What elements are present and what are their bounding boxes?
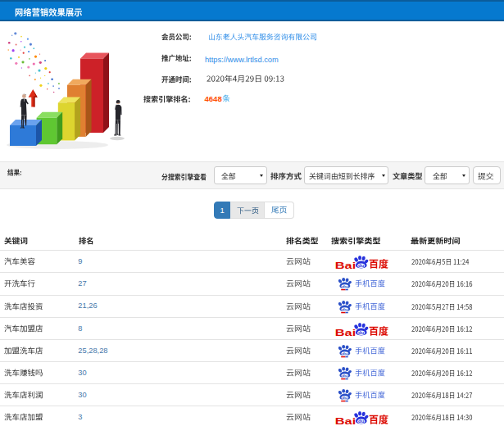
svg-text:du: du <box>358 263 365 268</box>
svg-text:du: du <box>342 306 347 310</box>
svg-text:du: du <box>342 284 347 288</box>
svg-text:du: du <box>342 351 347 356</box>
svg-text:du: du <box>342 396 347 400</box>
svg-text:Bai: Bai <box>335 261 356 270</box>
svg-text:Bai: Bai <box>335 328 356 338</box>
svg-text:du: du <box>358 330 365 335</box>
svg-text:du: du <box>358 419 365 424</box>
svg-text:Bai: Bai <box>335 416 356 426</box>
svg-text:du: du <box>342 374 347 378</box>
